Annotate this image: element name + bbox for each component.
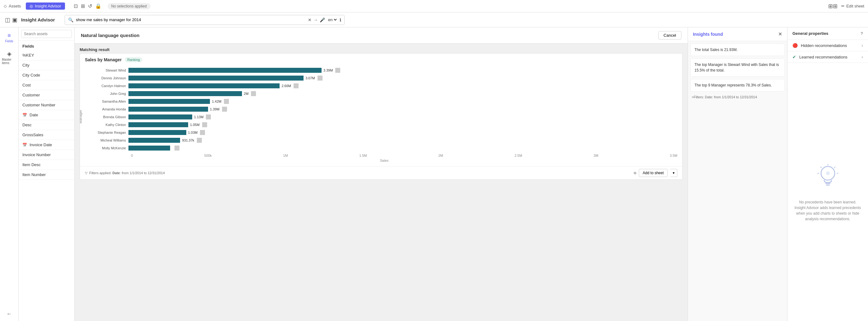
insight-cards: The total Sales is 21.93M.The top Manage…: [688, 41, 787, 94]
question-title: Natural language question: [81, 33, 139, 38]
lightbulb-area: No precedents have been learned. Insight…: [787, 63, 868, 321]
bar-fill: [128, 107, 208, 112]
field-label: Cost: [22, 83, 31, 87]
expand-icon[interactable]: ⊞: [81, 3, 85, 9]
field-item[interactable]: City: [19, 60, 74, 70]
field-label: Item Desc: [22, 162, 41, 167]
insights-header: Insights found ✕: [688, 27, 787, 41]
field-item[interactable]: Customer: [19, 90, 74, 100]
sidebar-fields-btn[interactable]: ≡ Fields: [3, 30, 15, 45]
learned-rec-label: Learned recommendations: [799, 55, 847, 59]
left-sidebar: ≡ Fields ◈ Master items ←: [0, 27, 19, 321]
learned-rec-left: ✔ Learned recommendations: [793, 55, 847, 59]
rotate-icon[interactable]: ↺: [88, 3, 92, 9]
chart-header: Sales by Manager Ranking: [80, 54, 682, 66]
bar-container: 931.37k: [128, 138, 677, 143]
bar-fill: [128, 91, 242, 96]
chart-wrapper: Manager Stewart Wind3.39MDennis Johnson3…: [80, 67, 682, 166]
learned-recommendations-row[interactable]: ✔ Learned recommendations ›: [787, 51, 868, 63]
question-header: Natural language question Cancel: [75, 27, 688, 43]
chart-card: Sales by Manager Ranking Manager Stewart…: [80, 53, 683, 180]
x-axis-label: 3.5M: [670, 154, 677, 157]
svg-line-4: [834, 167, 835, 168]
help-icon[interactable]: ?: [861, 31, 863, 36]
share-icon[interactable]: ⧉: [634, 171, 636, 175]
chart-title: Sales by Manager: [85, 57, 122, 62]
field-item[interactable]: Customer Number: [19, 100, 74, 110]
field-item[interactable]: Desc: [19, 120, 74, 130]
bar-value: 1.03M: [188, 131, 198, 134]
x-axis-label: 2M: [438, 154, 443, 157]
bar-row: Kathy Clinton1.05M: [91, 121, 677, 128]
field-label: City: [22, 63, 29, 67]
field-item[interactable]: City Code: [19, 70, 74, 80]
bar-side-indicator: [335, 68, 340, 73]
check-icon: ✔: [793, 55, 796, 59]
field-item[interactable]: Cost: [19, 80, 74, 90]
search-input[interactable]: [76, 18, 303, 22]
bar-label: Dennis Johnson: [91, 76, 128, 80]
assets-tab[interactable]: ◇ Assets: [4, 4, 21, 8]
bar-label: Micheal Williams: [91, 138, 128, 142]
hidden-rec-label: Hidden recommendations: [801, 43, 847, 48]
mic-icon[interactable]: 🎤: [320, 18, 325, 22]
hidden-rec-left: 🔴 Hidden recommendations: [793, 43, 847, 48]
field-label: %KEY: [22, 53, 34, 58]
svg-line-6: [820, 167, 822, 168]
add-to-sheet-button[interactable]: Add to sheet: [639, 169, 668, 177]
bar-row: John Greg2M: [91, 90, 677, 97]
collapse-sidebar-btn[interactable]: ←: [6, 311, 12, 317]
filter-icon: ▽: [85, 171, 87, 175]
field-item[interactable]: GrossSales: [19, 130, 74, 140]
field-item[interactable]: Invoice Number: [19, 150, 74, 160]
lock-icon[interactable]: 🔒: [95, 3, 101, 9]
master-icon: ◈: [7, 51, 11, 57]
hidden-rec-chevron: ›: [862, 43, 863, 48]
grid-icon[interactable]: ⊞⊞: [828, 3, 838, 10]
bar-row: Amanda Honda1.39M: [91, 106, 677, 113]
bar-fill: [128, 99, 210, 104]
cancel-button[interactable]: Cancel: [658, 31, 681, 39]
language-select[interactable]: en: [327, 17, 338, 22]
bar-row: Samantha Allen1.42M: [91, 98, 677, 105]
bar-side-indicator: [175, 146, 180, 151]
bar-label: John Greg: [91, 92, 128, 95]
layout-icon-1[interactable]: ◫: [5, 17, 10, 23]
second-bar: ◫ ▣ Insight Advisor 🔍 ✕ → 🎤 en ℹ: [0, 12, 868, 27]
field-item[interactable]: Item Desc: [19, 160, 74, 170]
field-label: Desc: [22, 123, 32, 127]
clear-icon[interactable]: ✕: [308, 18, 312, 22]
bar-container: 1.05M: [128, 122, 677, 127]
matching-title: Matching result: [80, 47, 110, 52]
fields-search: [19, 27, 74, 41]
field-item[interactable]: 📅Invoice Date: [19, 140, 74, 150]
x-axis-label: 3M: [594, 154, 598, 157]
bar-label: Molly McKenzie: [91, 146, 128, 150]
layout-icon-2[interactable]: ▣: [12, 17, 18, 23]
zoom-icon[interactable]: ⊡: [74, 3, 78, 9]
field-item[interactable]: 📅Date: [19, 110, 74, 120]
field-item[interactable]: %KEY: [19, 51, 74, 60]
bar-row: Dennis Johnson3.07M: [91, 75, 677, 82]
add-sheet-dropdown[interactable]: ▾: [670, 169, 677, 177]
info-icon[interactable]: ℹ: [340, 18, 341, 22]
fields-panel: Fields %KEYCityCity CodeCostCustomerCust…: [19, 27, 75, 321]
field-label: Item Number: [22, 172, 46, 177]
chart-footer: ▽ Filters applied: Date: from 1/1/2014 t…: [80, 166, 682, 180]
bar-row: Micheal Williams931.37k: [91, 137, 677, 144]
forward-icon[interactable]: →: [313, 18, 318, 22]
bar-fill: [128, 130, 186, 135]
x-axis-label: 500k: [204, 154, 212, 157]
insights-close-button[interactable]: ✕: [778, 31, 782, 37]
bar-row: Molly McKenzie: [91, 145, 677, 152]
x-axis-label: 2.5M: [515, 154, 522, 157]
bar-row: Brenda Gibson1.13M: [91, 114, 677, 120]
bar-side-indicator: [206, 115, 211, 120]
bar-container: 1.42M: [128, 99, 677, 104]
search-assets-input[interactable]: [21, 30, 72, 38]
sidebar-master-btn[interactable]: ◈ Master items: [0, 48, 18, 67]
edit-sheet-button[interactable]: ✏ Edit sheet: [841, 4, 864, 8]
hidden-recommendations-row[interactable]: 🔴 Hidden recommendations ›: [787, 40, 868, 51]
field-item[interactable]: Item Number: [19, 170, 74, 180]
insight-tab[interactable]: ◎ Insight Advisor: [26, 2, 65, 10]
